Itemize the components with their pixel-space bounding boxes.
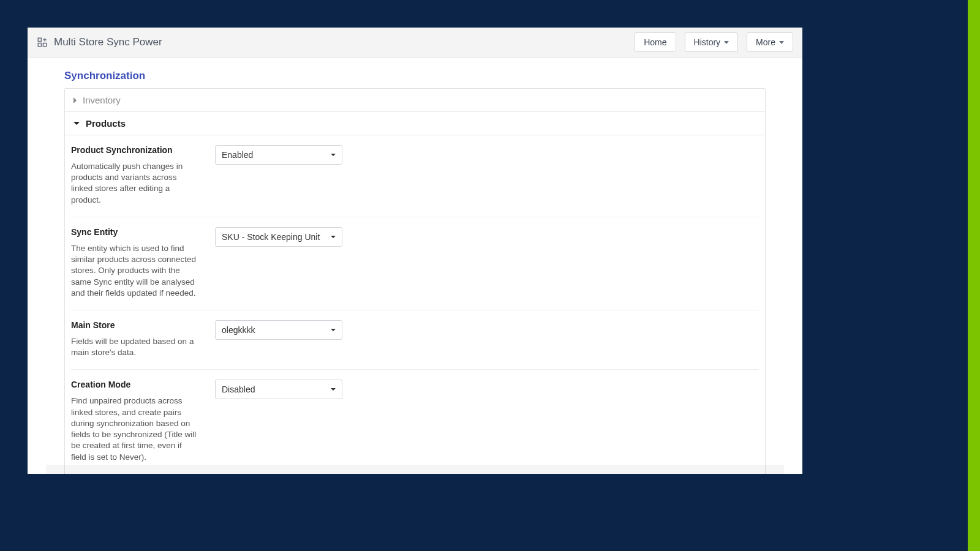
- history-button[interactable]: History: [685, 32, 739, 52]
- chevron-down-icon: [74, 122, 80, 125]
- more-button-label: More: [756, 37, 775, 47]
- top-bar-right: Home History More: [635, 32, 793, 52]
- chevron-down-icon: [779, 41, 784, 44]
- page-heading: Synchronization: [64, 70, 766, 82]
- top-bar-left: Multi Store Sync Power: [37, 36, 162, 48]
- home-button-label: Home: [644, 37, 666, 47]
- creation-mode-title: Creation Mode: [71, 380, 197, 389]
- svg-rect-2: [38, 43, 41, 47]
- svg-rect-1: [43, 43, 47, 47]
- chevron-down-icon: [724, 41, 729, 44]
- app-window: Multi Store Sync Power Home History More…: [28, 28, 802, 474]
- creation-mode-select[interactable]: Disabled: [215, 380, 342, 399]
- sync-entity-desc: The entity which is used to find similar…: [71, 243, 197, 299]
- chevron-down-icon: [331, 329, 336, 331]
- main-store-select[interactable]: olegkkkk: [215, 320, 342, 340]
- svg-rect-0: [38, 38, 41, 41]
- creation-mode-desc: Find unpaired products across linked sto…: [71, 395, 197, 462]
- top-bar: Multi Store Sync Power Home History More: [28, 28, 802, 58]
- main-store-desc: Fields will be updated based on a main s…: [71, 336, 197, 358]
- sync-entity-title: Sync Entity: [71, 227, 197, 237]
- setting-product-sync: Product Synchronization Automatically pu…: [71, 135, 759, 217]
- settings-panel: Inventory Products Product Synchronizati…: [64, 88, 766, 474]
- chevron-right-icon: [74, 97, 77, 103]
- products-section-body: Product Synchronization Automatically pu…: [65, 135, 765, 474]
- accordion-products-label: Products: [86, 118, 126, 129]
- main-store-select-value: olegkkkk: [222, 325, 255, 335]
- product-sync-desc: Automatically push changes in products a…: [71, 161, 197, 206]
- chevron-down-icon: [331, 236, 336, 238]
- chevron-down-icon: [331, 388, 336, 391]
- main-store-title: Main Store: [71, 320, 197, 330]
- history-button-label: History: [694, 37, 721, 47]
- home-button[interactable]: Home: [635, 32, 676, 52]
- sync-entity-select-value: SKU - Stock Keeping Unit: [222, 232, 320, 242]
- accordion-inventory[interactable]: Inventory: [65, 89, 765, 112]
- product-sync-select-value: Enabled: [222, 150, 253, 160]
- setting-sync-entity: Sync Entity The entity which is used to …: [71, 217, 759, 310]
- app-grid-icon: [37, 37, 48, 48]
- more-button[interactable]: More: [747, 32, 793, 52]
- content-area: Synchronization Inventory Products Produ…: [28, 58, 802, 474]
- accent-stripe: [968, 0, 980, 551]
- sync-entity-select[interactable]: SKU - Stock Keeping Unit: [215, 227, 342, 247]
- creation-mode-select-value: Disabled: [222, 384, 255, 394]
- setting-main-store: Main Store Fields will be updated based …: [71, 310, 759, 370]
- product-sync-select[interactable]: Enabled: [215, 145, 342, 165]
- app-title: Multi Store Sync Power: [54, 36, 162, 48]
- chevron-down-icon: [331, 154, 336, 156]
- setting-creation-mode: Creation Mode Find unpaired products acr…: [71, 370, 759, 474]
- accordion-inventory-label: Inventory: [83, 95, 121, 105]
- accordion-products[interactable]: Products: [65, 112, 765, 135]
- product-sync-title: Product Synchronization: [71, 145, 197, 155]
